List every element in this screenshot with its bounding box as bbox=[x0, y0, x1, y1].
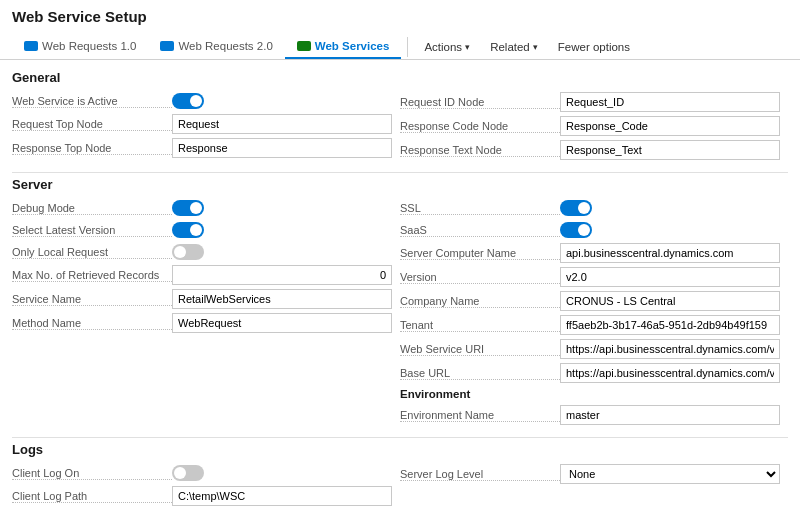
logs-left: Client Log On Client Log Path bbox=[12, 462, 400, 508]
fewer-options-button[interactable]: Fewer options bbox=[548, 36, 640, 58]
web-service-active-toggle[interactable] bbox=[172, 93, 204, 109]
base-url-label: Base URL bbox=[400, 367, 560, 380]
server-title: Server bbox=[12, 177, 788, 192]
request-top-node-row: Request Top Node bbox=[12, 112, 400, 136]
saas-row: SaaS bbox=[400, 219, 788, 241]
environment-name-input[interactable] bbox=[560, 405, 780, 425]
version-input[interactable] bbox=[560, 267, 780, 287]
company-name-row: Company Name bbox=[400, 289, 788, 313]
web-service-uri-row: Web Service URI bbox=[400, 337, 788, 361]
tenant-input[interactable] bbox=[560, 315, 780, 335]
max-retrieved-label: Max No. of Retrieved Records bbox=[12, 269, 172, 282]
only-local-request-toggle[interactable] bbox=[172, 244, 204, 260]
ssl-label: SSL bbox=[400, 202, 560, 215]
related-menu[interactable]: Related ▾ bbox=[480, 36, 548, 58]
logs-divider bbox=[12, 437, 788, 438]
ssl-row: SSL bbox=[400, 197, 788, 219]
tab-divider bbox=[407, 37, 408, 57]
environment-label: Environment bbox=[400, 388, 788, 400]
version-row: Version bbox=[400, 265, 788, 289]
tab-web-requests-2[interactable]: Web Requests 2.0 bbox=[148, 35, 284, 59]
page-container: Web Service Setup Web Requests 1.0 Web R… bbox=[0, 0, 800, 511]
response-code-node-row: Response Code Node bbox=[400, 114, 788, 138]
client-log-path-row: Client Log Path bbox=[12, 484, 400, 508]
server-section: Server Debug Mode Select Latest Version bbox=[12, 177, 788, 427]
ssl-toggle[interactable] bbox=[560, 200, 592, 216]
tab-web-services[interactable]: Web Services bbox=[285, 35, 402, 59]
method-name-input[interactable] bbox=[172, 313, 392, 333]
max-retrieved-input[interactable] bbox=[172, 265, 392, 285]
actions-chevron-icon: ▾ bbox=[465, 42, 470, 52]
saas-label: SaaS bbox=[400, 224, 560, 237]
web-service-active-label: Web Service is Active bbox=[12, 95, 172, 108]
response-top-node-input[interactable] bbox=[172, 138, 392, 158]
debug-mode-row: Debug Mode bbox=[12, 197, 400, 219]
server-left: Debug Mode Select Latest Version Only Lo… bbox=[12, 197, 400, 427]
debug-mode-toggle[interactable] bbox=[172, 200, 204, 216]
server-computer-name-input[interactable] bbox=[560, 243, 780, 263]
related-chevron-icon: ▾ bbox=[533, 42, 538, 52]
response-top-node-label: Response Top Node bbox=[12, 142, 172, 155]
saas-toggle[interactable] bbox=[560, 222, 592, 238]
version-label: Version bbox=[400, 271, 560, 284]
server-computer-name-row: Server Computer Name bbox=[400, 241, 788, 265]
tenant-row: Tenant bbox=[400, 313, 788, 337]
environment-name-row: Environment Name bbox=[400, 403, 788, 427]
tenant-label: Tenant bbox=[400, 319, 560, 332]
service-name-input[interactable] bbox=[172, 289, 392, 309]
server-log-level-label: Server Log Level bbox=[400, 468, 560, 481]
select-latest-version-toggle[interactable] bbox=[172, 222, 204, 238]
tab-icon-web-services bbox=[297, 41, 311, 51]
company-name-label: Company Name bbox=[400, 295, 560, 308]
client-log-path-input[interactable] bbox=[172, 486, 392, 506]
general-grid: Web Service is Active Request Top Node R… bbox=[12, 90, 788, 162]
page-title: Web Service Setup bbox=[12, 8, 788, 25]
select-latest-version-row: Select Latest Version bbox=[12, 219, 400, 241]
response-top-node-row: Response Top Node bbox=[12, 136, 400, 160]
debug-mode-label: Debug Mode bbox=[12, 202, 172, 215]
server-log-level-select[interactable]: None bbox=[560, 464, 780, 484]
logs-title: Logs bbox=[12, 442, 788, 457]
general-left: Web Service is Active Request Top Node R… bbox=[12, 90, 400, 162]
web-service-active-row: Web Service is Active bbox=[12, 90, 400, 112]
server-computer-name-label: Server Computer Name bbox=[400, 247, 560, 260]
tab-icon-web-requests-2 bbox=[160, 41, 174, 51]
tab-web-requests-1[interactable]: Web Requests 1.0 bbox=[12, 35, 148, 59]
web-service-uri-label: Web Service URI bbox=[400, 343, 560, 356]
logs-grid: Client Log On Client Log Path Server Log… bbox=[12, 462, 788, 508]
server-right: SSL SaaS Server Computer Name bbox=[400, 197, 788, 427]
tab-icon-web-requests-1 bbox=[24, 41, 38, 51]
response-text-node-input[interactable] bbox=[560, 140, 780, 160]
request-top-node-label: Request Top Node bbox=[12, 118, 172, 131]
client-log-path-label: Client Log Path bbox=[12, 490, 172, 503]
page-header: Web Service Setup bbox=[0, 0, 800, 35]
only-local-request-row: Only Local Request bbox=[12, 241, 400, 263]
base-url-row: Base URL bbox=[400, 361, 788, 385]
request-id-node-row: Request ID Node bbox=[400, 90, 788, 114]
method-name-label: Method Name bbox=[12, 317, 172, 330]
response-code-node-label: Response Code Node bbox=[400, 120, 560, 133]
request-id-node-input[interactable] bbox=[560, 92, 780, 112]
service-name-label: Service Name bbox=[12, 293, 172, 306]
service-name-row: Service Name bbox=[12, 287, 400, 311]
logs-section: Logs Client Log On Client Log Path bbox=[12, 442, 788, 508]
base-url-input[interactable] bbox=[560, 363, 780, 383]
server-log-level-row: Server Log Level None bbox=[400, 462, 788, 486]
server-divider bbox=[12, 172, 788, 173]
environment-name-label: Environment Name bbox=[400, 409, 560, 422]
general-section: General Web Service is Active Request To… bbox=[12, 70, 788, 162]
select-latest-version-label: Select Latest Version bbox=[12, 224, 172, 237]
server-grid: Debug Mode Select Latest Version Only Lo… bbox=[12, 197, 788, 427]
company-name-input[interactable] bbox=[560, 291, 780, 311]
client-log-on-toggle[interactable] bbox=[172, 465, 204, 481]
client-log-on-row: Client Log On bbox=[12, 462, 400, 484]
response-text-node-row: Response Text Node bbox=[400, 138, 788, 162]
content-area: General Web Service is Active Request To… bbox=[0, 60, 800, 509]
request-top-node-input[interactable] bbox=[172, 114, 392, 134]
request-id-node-label: Request ID Node bbox=[400, 96, 560, 109]
response-code-node-input[interactable] bbox=[560, 116, 780, 136]
response-text-node-label: Response Text Node bbox=[400, 144, 560, 157]
environment-header-row: Environment bbox=[400, 385, 788, 403]
actions-menu[interactable]: Actions ▾ bbox=[414, 36, 480, 58]
web-service-uri-input[interactable] bbox=[560, 339, 780, 359]
